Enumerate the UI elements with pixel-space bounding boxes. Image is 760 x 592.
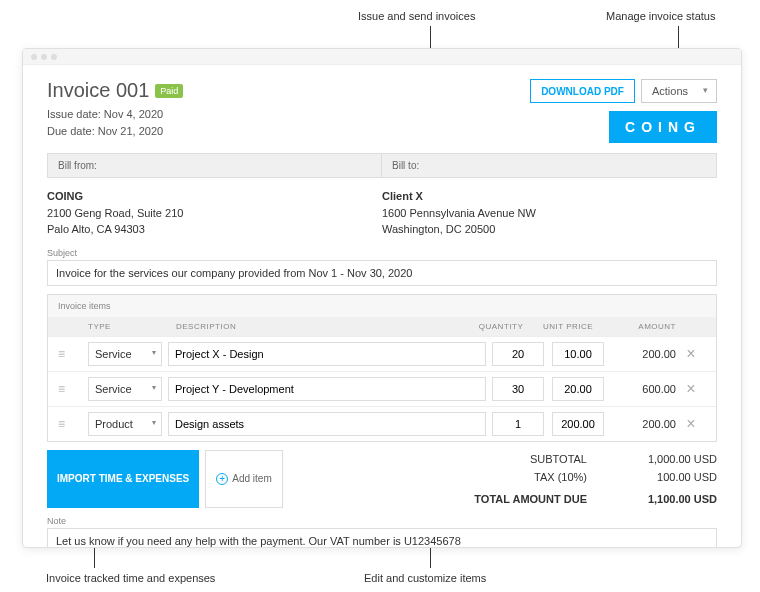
unit-price-input[interactable]: [552, 342, 604, 366]
item-row: ≡ Service 600.00 ×: [48, 371, 716, 406]
subject-input[interactable]: [47, 260, 717, 286]
item-row: ≡ Product 200.00 ×: [48, 406, 716, 441]
amount-cell: 600.00: [604, 383, 676, 395]
bill-from-line1: 2100 Geng Road, Suite 210: [47, 205, 382, 222]
quantity-input[interactable]: [492, 342, 544, 366]
drag-handle-icon[interactable]: ≡: [58, 347, 88, 361]
delete-row-icon[interactable]: ×: [676, 380, 706, 398]
tax-value: 100.00 USD: [617, 471, 717, 483]
items-header: TYPE DESCRIPTION QUANTITY UNIT PRICE AMO…: [48, 317, 716, 336]
bill-to-name: Client X: [382, 188, 717, 205]
delete-row-icon[interactable]: ×: [676, 345, 706, 363]
actions-dropdown[interactable]: Actions: [641, 79, 717, 103]
bill-from-name: COING: [47, 188, 382, 205]
annotation-tracked-time: Invoice tracked time and expenses: [46, 572, 215, 584]
window-dot: [31, 54, 37, 60]
window-dot: [41, 54, 47, 60]
description-input[interactable]: [168, 412, 486, 436]
tax-label: TAX (10%): [534, 471, 587, 483]
subject-label: Subject: [47, 248, 717, 258]
brand-logo: COING: [609, 111, 717, 143]
type-select[interactable]: Service: [88, 377, 162, 401]
total-due-value: 1,100.00 USD: [617, 493, 717, 505]
app-window: Invoice 001 Paid Issue date: Nov 4, 2020…: [22, 48, 742, 548]
drag-handle-icon[interactable]: ≡: [58, 417, 88, 431]
amount-cell: 200.00: [604, 348, 676, 360]
bill-to-line2: Washington, DC 20500: [382, 221, 717, 238]
status-badge: Paid: [155, 84, 183, 98]
quantity-input[interactable]: [492, 412, 544, 436]
annotation-edit-items: Edit and customize items: [364, 572, 486, 584]
window-titlebar: [23, 49, 741, 65]
bill-bar: Bill from: Bill to:: [47, 153, 717, 178]
annotation-issue-send: Issue and send invoices: [358, 10, 475, 22]
note-label: Note: [47, 516, 717, 526]
add-item-button[interactable]: + Add item: [205, 450, 282, 508]
note-input[interactable]: [47, 528, 717, 549]
download-pdf-button[interactable]: DOWNLOAD PDF: [530, 79, 635, 103]
description-input[interactable]: [168, 377, 486, 401]
invoice-title: Invoice 001: [47, 79, 149, 102]
type-select[interactable]: Service: [88, 342, 162, 366]
quantity-input[interactable]: [492, 377, 544, 401]
col-amount: AMOUNT: [604, 322, 676, 331]
annotation-manage-status: Manage invoice status: [606, 10, 715, 22]
add-item-label: Add item: [232, 473, 271, 484]
bill-to-line1: 1600 Pennsylvania Avenue NW: [382, 205, 717, 222]
subtotal-value: 1,000.00 USD: [617, 453, 717, 465]
bill-to-label: Bill to:: [382, 154, 716, 177]
bill-from-address: COING 2100 Geng Road, Suite 210 Palo Alt…: [47, 188, 382, 238]
col-price: UNIT PRICE: [532, 322, 604, 331]
issue-date: Issue date: Nov 4, 2020: [47, 106, 183, 123]
item-row: ≡ Service 200.00 ×: [48, 336, 716, 371]
totals-section: SUBTOTAL1,000.00 USD TAX (10%)100.00 USD…: [474, 450, 717, 508]
bill-to-address: Client X 1600 Pennsylvania Avenue NW Was…: [382, 188, 717, 238]
amount-cell: 200.00: [604, 418, 676, 430]
bill-from-line2: Palo Alto, CA 94303: [47, 221, 382, 238]
due-date: Due date: Nov 21, 2020: [47, 123, 183, 140]
window-dot: [51, 54, 57, 60]
col-desc: DESCRIPTION: [170, 322, 470, 331]
col-qty: QUANTITY: [470, 322, 532, 331]
type-select[interactable]: Product: [88, 412, 162, 436]
unit-price-input[interactable]: [552, 377, 604, 401]
delete-row-icon[interactable]: ×: [676, 415, 706, 433]
plus-icon: +: [216, 473, 228, 485]
total-due-label: TOTAL AMOUNT DUE: [474, 493, 587, 505]
drag-handle-icon[interactable]: ≡: [58, 382, 88, 396]
col-type: TYPE: [88, 322, 170, 331]
bill-from-label: Bill from:: [48, 154, 382, 177]
description-input[interactable]: [168, 342, 486, 366]
unit-price-input[interactable]: [552, 412, 604, 436]
import-time-expenses-button[interactable]: IMPORT TIME & EXPENSES: [47, 450, 199, 508]
invoice-items-section: Invoice items TYPE DESCRIPTION QUANTITY …: [47, 294, 717, 442]
subtotal-label: SUBTOTAL: [530, 453, 587, 465]
items-label: Invoice items: [48, 295, 716, 317]
